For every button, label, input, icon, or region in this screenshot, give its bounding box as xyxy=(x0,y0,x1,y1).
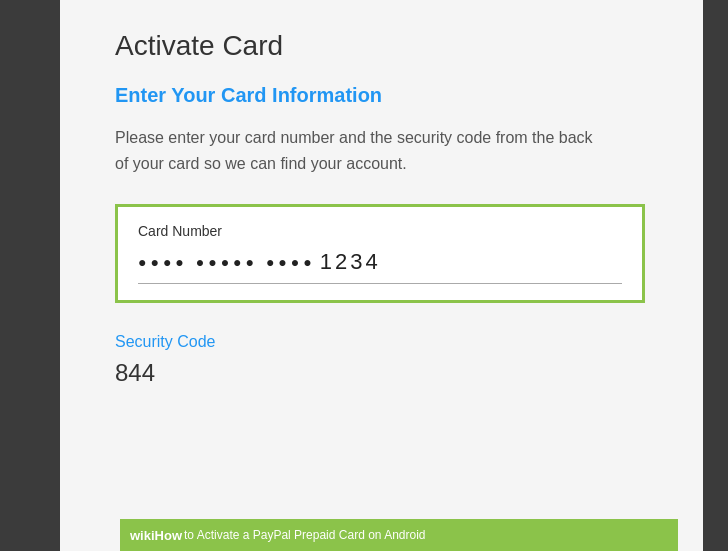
wikihow-logo: wikiHow xyxy=(130,528,182,543)
wiki-text: wiki xyxy=(130,528,155,543)
security-section: Security Code 844 xyxy=(115,333,673,387)
left-strip xyxy=(0,0,60,551)
card-number-box[interactable]: Card Number ●●●● ●●●●● ●●●● 1234 xyxy=(115,204,645,303)
security-code-value: 844 xyxy=(115,359,673,387)
main-container: Activate Card Enter Your Card Informatio… xyxy=(0,0,728,551)
card-number-dots: ●●●● ●●●●● ●●●● xyxy=(138,254,316,270)
section-title: Enter Your Card Information xyxy=(115,84,673,107)
security-code-label: Security Code xyxy=(115,333,673,351)
wikihow-bar: wikiHow to Activate a PayPal Prepaid Car… xyxy=(120,519,678,551)
content-card: Activate Card Enter Your Card Informatio… xyxy=(60,0,703,551)
description-text: Please enter your card number and the se… xyxy=(115,125,595,176)
wikihow-subtitle: to Activate a PayPal Prepaid Card on And… xyxy=(184,528,425,542)
how-text: How xyxy=(155,528,182,543)
right-strip xyxy=(703,0,728,551)
card-number-label: Card Number xyxy=(138,223,622,239)
card-number-last-digits: 1234 xyxy=(320,249,381,275)
card-number-value: ●●●● ●●●●● ●●●● 1234 xyxy=(138,249,622,284)
page-title: Activate Card xyxy=(115,30,673,62)
